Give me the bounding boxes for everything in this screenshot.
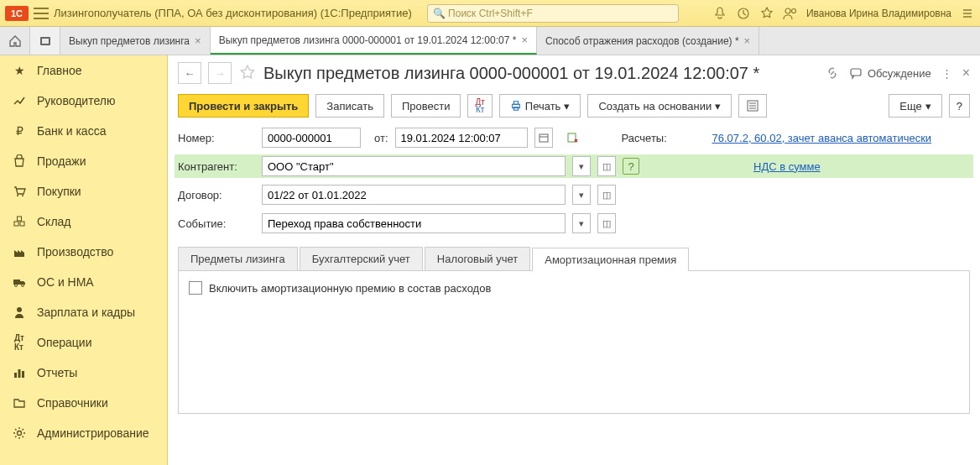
sidebar-item-label: Зарплата и кадры xyxy=(37,306,135,319)
history-icon[interactable] xyxy=(736,6,751,21)
favorite-toggle[interactable] xyxy=(238,64,257,82)
dropdown-icon[interactable]: ▾ xyxy=(572,213,591,233)
svg-rect-15 xyxy=(18,369,21,378)
print-button[interactable]: Печать ▾ xyxy=(499,94,581,118)
favorites-tab-button[interactable] xyxy=(30,27,60,55)
contract-label: Договор: xyxy=(178,189,255,201)
dtkt-button[interactable]: ДтКт xyxy=(467,94,492,118)
contract-field[interactable] xyxy=(262,185,566,205)
sidebar-item-reports[interactable]: Отчеты xyxy=(0,358,167,388)
main-area: ★Главное Руководителю ₽Банк и касса Прод… xyxy=(0,55,980,465)
tab-depreciation-premium[interactable]: Амортизационная премия xyxy=(532,248,689,271)
user-menu-icon[interactable] xyxy=(960,6,975,21)
checkbox-label: Включить амортизационную премию в состав… xyxy=(209,282,491,295)
sidebar-item-label: Операции xyxy=(37,336,92,349)
more-vert-icon[interactable]: ⋮ xyxy=(941,67,952,80)
help-button[interactable]: ? xyxy=(949,94,970,118)
sidebar-item-label: Руководителю xyxy=(37,94,115,107)
tab-label: Выкуп предметов лизинга xyxy=(69,35,190,47)
bell-icon[interactable] xyxy=(712,6,727,21)
sidebar-item-catalogs[interactable]: Справочники xyxy=(0,388,167,418)
post-and-close-button[interactable]: Провести и закрыть xyxy=(178,94,309,118)
sidebar-item-admin[interactable]: Администрирование xyxy=(0,418,167,448)
nav-back-button[interactable]: ← xyxy=(178,62,201,84)
star-icon[interactable] xyxy=(759,6,774,21)
create-based-button[interactable]: Создать на основании ▾ xyxy=(587,94,732,118)
svg-point-13 xyxy=(17,307,22,312)
tab-leasing-items[interactable]: Предметы лизинга xyxy=(178,247,298,270)
include-premium-checkbox[interactable] xyxy=(189,281,202,295)
svg-point-12 xyxy=(22,285,24,287)
sidebar-item-label: Главное xyxy=(37,64,82,77)
app-title: Лизингополучатель (ППА, ОА без дисконтир… xyxy=(54,7,412,19)
home-tab-button[interactable] xyxy=(0,27,30,55)
save-button[interactable]: Записать xyxy=(315,94,384,118)
titlebar-right: Иванова Ирина Владимировна xyxy=(712,6,975,21)
close-icon[interactable]: × xyxy=(744,34,751,47)
more-button[interactable]: Еще ▾ xyxy=(889,94,941,118)
sidebar-item-label: Производство xyxy=(37,245,113,259)
counterparty-field[interactable] xyxy=(262,156,566,176)
sidebar-item-warehouse[interactable]: Склад xyxy=(0,206,167,237)
boxes-icon xyxy=(12,214,27,229)
date-field[interactable] xyxy=(395,128,528,148)
sidebar: ★Главное Руководителю ₽Банк и касса Прод… xyxy=(0,55,168,465)
dropdown-icon[interactable]: ▾ xyxy=(572,156,591,176)
sidebar-item-operations[interactable]: ДтКтОперации xyxy=(0,327,167,358)
sidebar-item-manager[interactable]: Руководителю xyxy=(0,86,167,116)
open-icon[interactable]: ◫ xyxy=(597,156,616,176)
sidebar-item-sales[interactable]: Продажи xyxy=(0,146,167,176)
svg-rect-18 xyxy=(851,69,861,76)
svg-rect-20 xyxy=(513,102,518,105)
list-icon xyxy=(746,99,759,112)
discuss-label: Обсуждение xyxy=(868,67,931,80)
sidebar-item-label: Продажи xyxy=(37,154,86,168)
discuss-button[interactable]: Обсуждение xyxy=(849,66,931,80)
menu-icon[interactable] xyxy=(34,8,49,19)
settlements-label: Расчеты: xyxy=(622,132,706,144)
tab-doc-active[interactable]: Выкуп предметов лизинга 0000-000001 от 1… xyxy=(211,27,537,55)
registry-button[interactable] xyxy=(738,94,767,118)
tab-doc-list[interactable]: Выкуп предметов лизинга × xyxy=(60,27,211,55)
sidebar-item-label: Склад xyxy=(37,215,71,228)
svg-point-11 xyxy=(15,285,18,287)
dropdown-icon[interactable]: ▾ xyxy=(572,185,591,205)
sidebar-item-production[interactable]: Производство xyxy=(0,237,167,267)
close-icon[interactable]: × xyxy=(195,34,201,47)
event-field[interactable] xyxy=(262,213,566,233)
calendar-icon[interactable] xyxy=(534,128,553,148)
tab-label: Выкуп предметов лизинга 0000-000001 от 1… xyxy=(219,34,517,46)
inner-tabs: Предметы лизинга Бухгалтерский учет Нало… xyxy=(178,247,970,271)
tab-accounting[interactable]: Бухгалтерский учет xyxy=(300,247,423,270)
number-field[interactable] xyxy=(262,128,361,148)
sidebar-item-assets[interactable]: ОС и НМА xyxy=(0,267,167,297)
nav-forward-button[interactable]: → xyxy=(208,62,232,84)
post-button[interactable]: Провести xyxy=(391,94,461,118)
field-help-icon[interactable]: ? xyxy=(623,158,639,175)
sidebar-item-hr[interactable]: Зарплата и кадры xyxy=(0,297,167,327)
nds-link[interactable]: НДС в сумме xyxy=(753,160,821,173)
open-icon[interactable]: ◫ xyxy=(597,213,616,233)
settlements-link[interactable]: 76.07.2, 60.02, зачет аванса автоматичес… xyxy=(712,132,932,144)
open-icon[interactable]: ◫ xyxy=(597,185,616,205)
close-icon[interactable]: × xyxy=(962,65,970,81)
sidebar-item-label: Банк и касса xyxy=(37,124,106,138)
number-label: Номер: xyxy=(178,132,255,144)
bars-icon xyxy=(12,365,27,380)
search-placeholder: Поиск Ctrl+Shift+F xyxy=(448,8,533,19)
user-name[interactable]: Иванова Ирина Владимировна xyxy=(806,8,951,19)
user-icon[interactable] xyxy=(783,6,798,21)
global-search-input[interactable]: 🔍 Поиск Ctrl+Shift+F xyxy=(427,4,679,23)
sidebar-item-bank[interactable]: ₽Банк и касса xyxy=(0,116,167,146)
close-icon[interactable]: × xyxy=(521,34,528,46)
link-icon[interactable] xyxy=(826,66,839,80)
sidebar-item-main[interactable]: ★Главное xyxy=(0,55,167,86)
svg-rect-14 xyxy=(14,373,17,378)
tab-expense-method[interactable]: Способ отражения расходов (создание) * × xyxy=(537,27,759,55)
tab-tax[interactable]: Налоговый учет xyxy=(425,247,530,270)
cart-icon xyxy=(12,184,27,199)
sidebar-item-purchases[interactable]: Покупки xyxy=(0,176,167,206)
from-label: от: xyxy=(374,132,388,144)
svg-point-1 xyxy=(785,8,790,13)
truck-icon xyxy=(12,274,27,290)
